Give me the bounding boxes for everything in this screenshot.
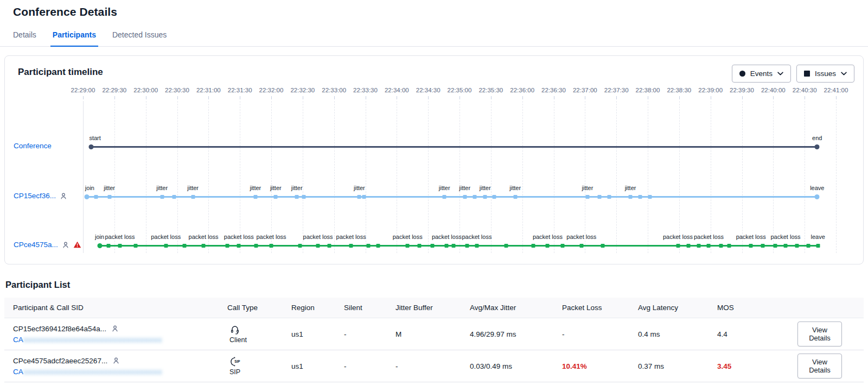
event-marker[interactable] [465, 244, 469, 248]
person-icon [112, 357, 120, 364]
gridline [208, 101, 209, 253]
event-marker-jitter[interactable] [443, 195, 446, 199]
event-marker[interactable] [697, 244, 701, 248]
event-marker-jitter[interactable] [585, 195, 589, 199]
event-marker[interactable] [183, 244, 187, 248]
issues-filter-button[interactable]: Issues [796, 65, 854, 83]
event-marker-jitter[interactable] [483, 195, 487, 199]
event-marker-packet-loss[interactable] [579, 244, 583, 248]
event-marker[interactable] [761, 244, 765, 248]
timeline-row-label-cp15ecf36: CP15ecf36... [14, 192, 67, 200]
event-marker[interactable] [362, 195, 366, 199]
event-marker[interactable] [367, 244, 371, 248]
event-marker[interactable] [727, 244, 731, 248]
event-marker-end[interactable] [815, 144, 820, 149]
event-marker-leave[interactable] [815, 194, 820, 199]
event-marker-packet-loss[interactable] [316, 244, 320, 248]
event-marker[interactable] [492, 195, 496, 199]
event-marker-packet-loss[interactable] [546, 244, 550, 248]
event-marker-join[interactable] [97, 243, 102, 248]
gridline [742, 101, 743, 253]
event-marker-packet-loss[interactable] [784, 244, 788, 248]
event-marker[interactable] [773, 244, 777, 248]
event-marker[interactable] [431, 244, 435, 248]
event-marker-packet-loss[interactable] [349, 244, 353, 248]
axis-time-label: 22:31:00 [196, 87, 221, 93]
event-marker-jitter[interactable] [295, 195, 299, 199]
event-marker-start[interactable] [89, 144, 94, 149]
gridline [83, 101, 84, 253]
event-marker[interactable] [172, 195, 176, 199]
event-label: packet loss [189, 234, 219, 240]
event-marker[interactable] [639, 195, 642, 199]
event-marker[interactable] [254, 244, 258, 248]
call-type-label: SIP [229, 368, 240, 376]
event-marker-join[interactable] [84, 194, 89, 199]
event-marker[interactable] [226, 244, 229, 248]
gridline [836, 101, 837, 253]
event-marker[interactable] [806, 244, 810, 248]
event-marker-jitter[interactable] [160, 195, 164, 199]
call-sid-link[interactable]: CA [13, 336, 23, 344]
event-marker[interactable] [648, 195, 652, 199]
timeline-row-link[interactable]: CPce4575a... [14, 241, 58, 249]
call-type-cell: Client [227, 324, 291, 344]
event-marker-jitter[interactable] [629, 195, 633, 199]
call-sid-link[interactable]: CA [13, 368, 23, 376]
event-marker[interactable] [376, 244, 380, 248]
event-marker[interactable] [107, 244, 111, 248]
event-marker[interactable] [302, 195, 305, 199]
column-header-avg-latency: Avg Latency [638, 304, 717, 312]
event-marker-leave[interactable] [816, 244, 820, 248]
event-marker-packet-loss[interactable] [406, 244, 410, 248]
events-filter-button[interactable]: Events [732, 65, 791, 83]
event-marker[interactable] [134, 244, 138, 248]
event-marker-jitter[interactable] [253, 195, 257, 199]
event-marker-packet-loss[interactable] [445, 244, 449, 248]
event-marker-jitter[interactable] [274, 195, 278, 199]
event-marker[interactable] [719, 244, 723, 248]
tab-detected-issues[interactable]: Detected Issues [112, 30, 167, 46]
event-marker[interactable] [505, 244, 508, 248]
axis-tick [240, 96, 240, 99]
event-marker[interactable] [795, 244, 799, 248]
event-marker-packet-loss[interactable] [118, 244, 122, 248]
event-marker-packet-loss[interactable] [676, 244, 680, 248]
axis-tick [679, 96, 680, 99]
mos-cell: 4.4 [717, 330, 797, 338]
event-marker-jitter[interactable] [191, 195, 195, 199]
view-details-button[interactable]: View Details [797, 354, 842, 379]
tab-participants[interactable]: Participants [53, 30, 96, 46]
event-marker[interactable] [598, 195, 602, 199]
event-marker-jitter[interactable] [463, 195, 467, 199]
column-header-silent: Silent [344, 304, 395, 312]
event-marker-packet-loss[interactable] [475, 244, 478, 248]
event-marker[interactable] [327, 244, 331, 248]
event-marker-packet-loss[interactable] [749, 244, 753, 248]
event-marker-packet-loss[interactable] [707, 244, 711, 248]
view-details-button[interactable]: View Details [797, 321, 842, 346]
event-marker-packet-loss[interactable] [164, 244, 168, 248]
tab-details[interactable]: Details [13, 30, 36, 46]
event-label: packet loss [151, 234, 181, 240]
event-marker[interactable] [418, 244, 422, 248]
event-marker[interactable] [473, 195, 476, 199]
event-marker[interactable] [561, 244, 565, 248]
event-marker-packet-loss[interactable] [237, 244, 241, 248]
timeline-row-link[interactable]: Conference [14, 142, 52, 150]
event-marker[interactable] [532, 244, 535, 248]
event-marker[interactable] [601, 244, 604, 248]
event-marker[interactable] [451, 244, 455, 248]
event-marker-packet-loss[interactable] [202, 244, 206, 248]
axis-tick [805, 96, 805, 99]
event-marker[interactable] [94, 195, 98, 199]
event-marker-packet-loss[interactable] [270, 244, 273, 248]
axis-tick [366, 96, 366, 99]
event-marker-jitter[interactable] [513, 195, 517, 199]
event-marker[interactable] [686, 244, 690, 248]
event-marker-jitter[interactable] [107, 195, 111, 199]
event-marker-jitter[interactable] [358, 195, 361, 199]
event-marker[interactable] [298, 244, 302, 248]
timeline-row-link[interactable]: CP15ecf36... [14, 192, 56, 200]
event-marker[interactable] [608, 195, 611, 199]
